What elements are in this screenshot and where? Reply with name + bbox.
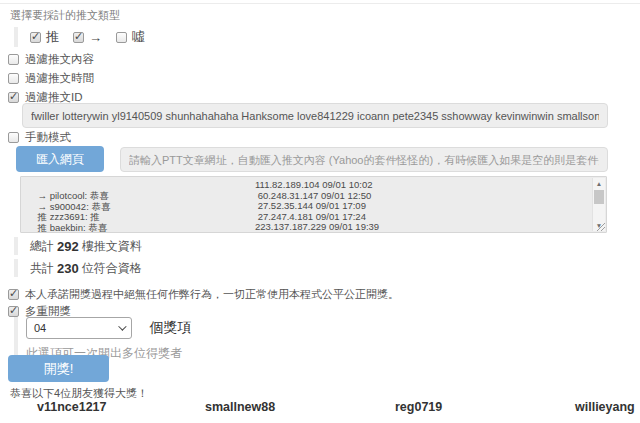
comment-line: → pilotcool: 恭喜111.82.189.104 09/01 10:0… (27, 179, 588, 190)
pledge-label: 本人承諾開獎過程中絕無任何作弊行為，一切正常使用本程式公平公正開獎。 (25, 287, 399, 302)
qualified-stat: 共計230位符合資格 (14, 259, 142, 277)
draw-button[interactable]: 開獎! (8, 355, 109, 382)
filter-content-label: 過濾推文內容 (25, 52, 94, 67)
manual-mode-row: 手動模式 (8, 130, 71, 145)
comment-line: 推 good90925: 恭喜223.137.187.229 09/01 19:… (27, 221, 588, 232)
push-type-options: 推 → 噓 (14, 27, 145, 47)
total-comments-count: 292 (57, 239, 79, 254)
push-checkbox[interactable] (30, 32, 41, 43)
manual-mode-checkbox[interactable] (8, 132, 19, 143)
manual-mode-label: 手動模式 (25, 130, 71, 145)
push-type-option-boo: 噓 (116, 28, 145, 46)
scroll-up-icon[interactable]: ▲ (593, 178, 605, 189)
arrow-checkbox[interactable] (73, 32, 84, 43)
push-type-option-arrow: → (73, 30, 102, 45)
filter-content-checkbox[interactable] (8, 54, 19, 65)
arrow-label: → (89, 30, 102, 45)
qualified-count: 230 (57, 261, 79, 276)
chevron-down-icon (118, 322, 126, 330)
comments-textarea[interactable]: → pilotcool: 恭喜111.82.189.104 09/01 10:0… (20, 176, 607, 233)
filter-time-checkbox[interactable] (8, 73, 19, 84)
scrollbar-thumb[interactable] (594, 190, 604, 204)
filter-content-row: 過濾推文內容 (8, 52, 94, 67)
import-page-button[interactable]: 匯入網頁 (16, 146, 104, 172)
article-url-input[interactable] (120, 147, 608, 172)
pledge-row: 本人承諾開獎過程中絕無任何作弊行為，一切正常使用本程式公平公正開獎。 (8, 287, 399, 302)
winner-name: willieyang (575, 400, 635, 414)
winner-name: reg0719 (395, 400, 442, 414)
boo-label: 噓 (132, 28, 145, 46)
multi-draw-checkbox[interactable] (8, 306, 19, 317)
pledge-checkbox[interactable] (8, 289, 19, 300)
push-type-section-label: 選擇要採計的推文類型 (10, 8, 120, 23)
filter-id-checkbox[interactable] (8, 92, 19, 103)
prize-count-block: 04 個獎項 此選項可一次開出多位得獎者 (14, 317, 414, 359)
comment-line: 推 zzz3691: 推 27.52.35.144 09/01 17:09 (27, 200, 588, 211)
push-label: 推 (46, 28, 59, 46)
prize-count-value: 04 (34, 322, 46, 334)
winner-name: v11nce1217 (37, 400, 107, 414)
comment-line: → s900042: 恭喜 60.248.31.147 09/01 12:50 (27, 190, 588, 201)
push-type-option-push: 推 (30, 28, 59, 46)
filter-time-row: 過濾推文時間 (8, 71, 94, 86)
prize-count-select[interactable]: 04 (26, 317, 132, 339)
filter-time-label: 過濾推文時間 (25, 71, 94, 86)
total-comments-stat: 總計292樓推文資料 (14, 237, 142, 255)
top-divider (0, 3, 640, 4)
winner-name: smallnew88 (205, 400, 275, 414)
prize-unit-label: 個獎項 (149, 319, 191, 335)
winners-headline: 恭喜以下4位朋友獲得大獎！ (10, 386, 148, 401)
filter-id-input[interactable] (22, 103, 608, 128)
comment-line: 推 baekbin: 恭喜 27.247.4.181 09/01 17:24 (27, 211, 588, 222)
boo-checkbox[interactable] (116, 32, 127, 43)
